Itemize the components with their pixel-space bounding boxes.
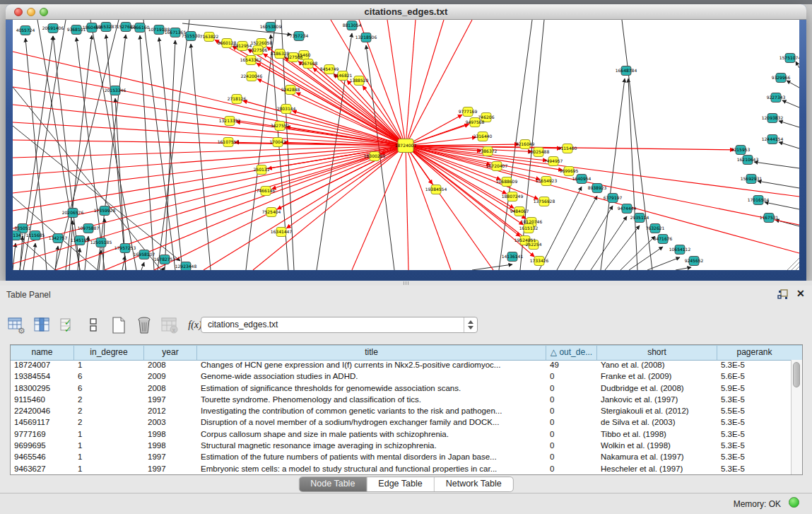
table-row[interactable]: 946554611997Estimation of the future num… [11, 452, 792, 463]
graph-node-label: 16053809 [260, 24, 282, 29]
column-header-year[interactable]: year [144, 346, 197, 360]
cell-year: 2003 [144, 417, 197, 428]
cell-out_degree: 0 [546, 371, 597, 382]
graph-node-label: 20691406 [42, 25, 64, 30]
cell-in_degree: 2 [74, 395, 144, 406]
table-row[interactable]: 969969511998Structural magnetic resonanc… [11, 440, 792, 452]
column-visibility-icon[interactable] [33, 315, 52, 336]
graph-node-label: 9327506 [249, 47, 268, 52]
graph-node-label: 16720407 [486, 163, 508, 168]
cell-name: 18724007 [11, 360, 74, 371]
window-titlebar[interactable]: citations_edges.txt [6, 4, 806, 20]
resize-grip-icon[interactable] [787, 258, 799, 270]
divider-grip-icon[interactable] [404, 281, 409, 285]
tab-edge-table[interactable]: Edge Table [367, 477, 434, 491]
network-canvas[interactable]: 4055724206914069368101186045910653287152… [13, 20, 799, 270]
cell-out_degree: 0 [546, 464, 597, 474]
graph-node-label: 16958107 [134, 252, 155, 257]
cell-short: de Silva et al. (2003) [597, 417, 717, 428]
column-header-pagerank[interactable]: pagerank [717, 346, 792, 360]
graph-node-label: 10120746 [521, 219, 543, 224]
cell-in_degree: 1 [74, 452, 144, 463]
graph-node-label: 7386372 [478, 148, 498, 153]
table-header-row: namein_degreeyeartitle△ out_de...shortpa… [11, 345, 802, 361]
cell-title: Genome-wide association studies in ADHD. [197, 371, 546, 382]
column-header-out_degree[interactable]: △ out_de... [546, 346, 597, 360]
graph-node-label: 20206576 [62, 210, 84, 215]
delete-trash-icon[interactable] [134, 315, 154, 336]
graph-node-label: 9227343 [767, 95, 786, 100]
graph-node-label: 16543362 [240, 57, 262, 62]
close-panel-icon[interactable]: ✕ [796, 288, 805, 299]
graph-node-label: 1733426 [530, 258, 549, 263]
tab-node-table[interactable]: Node Table [299, 477, 367, 491]
graph-node-label: 10654112 [669, 247, 691, 252]
select-all-icon[interactable]: ✓ ✓ [58, 315, 78, 336]
memory-status-indicator[interactable] [789, 497, 799, 508]
cell-name: 9463627 [11, 464, 74, 474]
cell-name: 22420046 [11, 406, 74, 417]
table-row[interactable]: 911546021997Tourette syndrome. Phenomeno… [11, 395, 792, 406]
new-file-icon[interactable] [109, 315, 129, 336]
table-selector-value: citations_edges.txt [208, 320, 278, 329]
graph-node-label: 12093832 [762, 115, 784, 120]
graph-node-label: 3427552 [271, 123, 290, 128]
cell-pagerank: 5.3E-5 [717, 440, 792, 452]
cell-pagerank: 5.3E-5 [717, 417, 792, 428]
row-selection-icon[interactable] [83, 315, 103, 336]
float-panel-icon[interactable] [777, 289, 789, 300]
cell-pagerank: 5.3E-5 [717, 464, 792, 474]
graph-node-label: 7357234 [290, 33, 309, 38]
column-header-title[interactable]: title [197, 346, 546, 360]
tab-network-table[interactable]: Network Table [435, 477, 513, 491]
graph-node-label: 12444154 [762, 136, 784, 141]
cell-pagerank: 5.9E-5 [717, 383, 792, 395]
graph-node-label: 10975887 [78, 226, 100, 230]
cell-short: Yano et al. (2008) [597, 360, 717, 371]
table-row[interactable]: 946362711997Embryonic stem cells: a mode… [11, 464, 792, 474]
dropdown-stepper-icon [464, 317, 477, 332]
table-row[interactable]: 2242004622012Investigating the contribut… [11, 406, 792, 417]
graph-node-label: 12923448 [175, 264, 197, 269]
column-header-short[interactable]: short [597, 346, 717, 360]
cell-short: Tibbo et al. (1998) [597, 429, 717, 440]
graph-node-label: 16782753 [154, 257, 176, 262]
cell-name: 19384554 [11, 371, 74, 382]
graph-node-label: 9777169 [459, 109, 478, 114]
table-selector-dropdown[interactable]: citations_edges.txt [201, 317, 478, 333]
graph-node-label: 13756928 [534, 199, 555, 204]
table-row[interactable]: 977716911998Corpus callosum shape and si… [11, 429, 792, 440]
column-header-name[interactable]: name [11, 346, 74, 360]
graph-node-label: 7515530 [182, 33, 201, 38]
cell-year: 1998 [144, 429, 197, 440]
cell-in_degree: 1 [74, 440, 144, 452]
graph-node-label: 16107553 [218, 139, 240, 144]
graph-node-label: 15654923 [536, 178, 558, 183]
graph-node-label: 12505185 [90, 240, 112, 245]
scrollbar-thumb[interactable] [793, 362, 800, 387]
table-options-icon[interactable]: ⚙ [7, 315, 27, 336]
cell-title: Estimation of the future numbers of pati… [197, 452, 546, 463]
cell-name: 14569117 [11, 417, 74, 428]
table-row[interactable]: 1872400712008Changes of HCN gene express… [11, 360, 792, 371]
column-header-in_degree[interactable]: in_degree [74, 346, 144, 360]
cell-out_degree: 0 [546, 383, 597, 395]
cell-in_degree: 1 [74, 464, 144, 474]
table-row[interactable]: 1830029562008Estimation of significance … [11, 383, 792, 395]
table-row[interactable]: 1938455462009Genome-wide association stu… [11, 371, 792, 382]
graph-node-label: 17016504 [748, 197, 770, 202]
graph-node-label: 18300295 [364, 153, 386, 158]
graph-node-label: 2803144 [277, 106, 296, 111]
cell-name: 9115460 [11, 395, 74, 406]
cell-name: 18300295 [11, 383, 74, 395]
vertical-scrollbar[interactable] [791, 360, 802, 474]
cell-title: Investigating the contribution of common… [197, 406, 546, 417]
table-row[interactable]: 1456911722003Disruption of a novel membe… [11, 417, 792, 428]
window-title: citations_edges.txt [6, 6, 806, 17]
status-bar: Memory: OK [0, 493, 812, 514]
graph-node-label: 746206 [478, 115, 495, 119]
graph-node-label: 18724007 [395, 143, 417, 148]
cell-year: 2008 [144, 383, 197, 395]
graph-node-label: 17359928 [94, 208, 116, 213]
graph-node-label: 8813054 [343, 23, 362, 28]
